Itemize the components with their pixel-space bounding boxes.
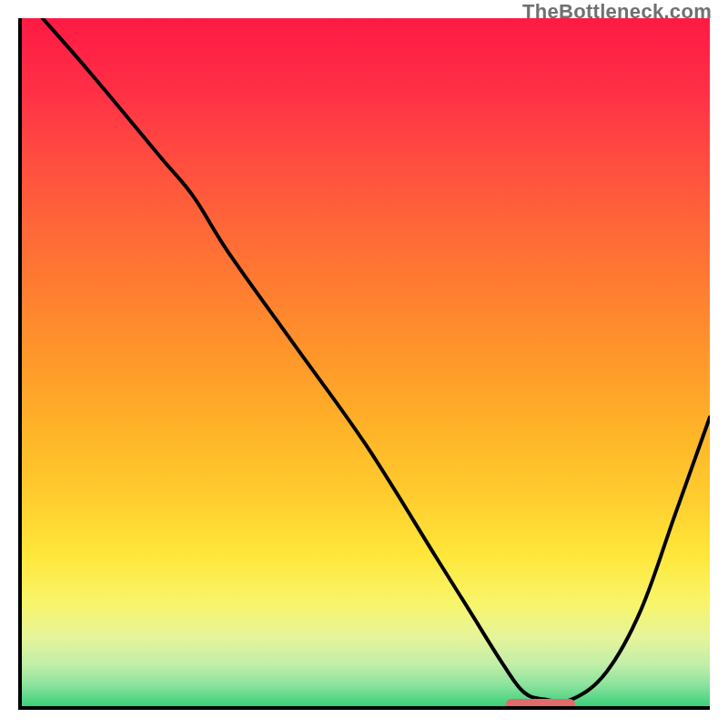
chart-frame: TheBottleneck.com bbox=[0, 0, 728, 728]
optimal-range-marker bbox=[506, 699, 575, 710]
bottleneck-curve bbox=[22, 18, 710, 706]
plot-area bbox=[18, 18, 710, 710]
curve-path bbox=[43, 18, 710, 702]
